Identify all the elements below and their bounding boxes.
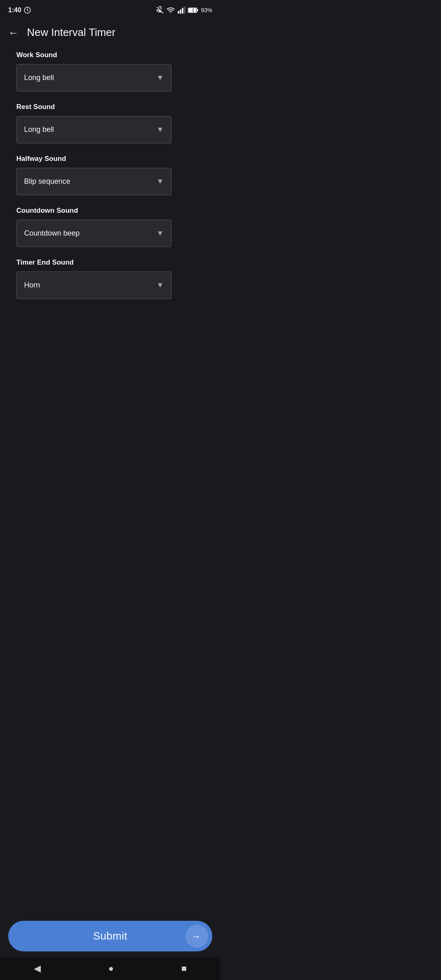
timer-end-sound-dropdown[interactable]: Horn ▼ <box>16 272 172 299</box>
status-bar: 1:40 93% <box>0 0 220 20</box>
halfway-sound-value: Blip sequence <box>24 177 70 186</box>
halfway-sound-dropdown[interactable]: Blip sequence ▼ <box>16 168 172 195</box>
main-content: Work Sound Long bell ▼ Rest Sound Long b… <box>0 47 220 359</box>
halfway-sound-label: Halfway Sound <box>16 155 204 163</box>
rest-sound-arrow-icon: ▼ <box>156 125 164 134</box>
wifi-icon <box>167 6 175 14</box>
clock-icon <box>24 7 31 14</box>
rest-sound-dropdown[interactable]: Long bell ▼ <box>16 116 172 143</box>
countdown-sound-group: Countdown Sound Countdown beep ▼ <box>16 207 204 247</box>
back-button[interactable]: ← <box>8 27 19 38</box>
time-display: 1:40 <box>8 7 21 14</box>
mute-icon <box>156 6 164 14</box>
battery-level: 93% <box>201 7 212 13</box>
countdown-sound-value: Countdown beep <box>24 229 80 238</box>
svg-rect-6 <box>197 9 198 11</box>
svg-rect-2 <box>180 9 181 13</box>
svg-rect-4 <box>184 7 185 14</box>
page-header: ← New Interval Timer <box>0 20 220 47</box>
svg-rect-3 <box>182 8 183 13</box>
timer-end-sound-value: Horn <box>24 281 40 290</box>
status-icons: 93% <box>156 6 212 14</box>
rest-sound-group: Rest Sound Long bell ▼ <box>16 103 204 143</box>
battery-icon <box>188 7 198 13</box>
work-sound-value: Long bell <box>24 74 54 82</box>
countdown-sound-dropdown[interactable]: Countdown beep ▼ <box>16 220 172 247</box>
halfway-sound-group: Halfway Sound Blip sequence ▼ <box>16 155 204 195</box>
timer-end-sound-label: Timer End Sound <box>16 258 204 267</box>
signal-icon <box>177 6 185 14</box>
halfway-sound-arrow-icon: ▼ <box>156 177 164 186</box>
rest-sound-value: Long bell <box>24 125 54 134</box>
status-time: 1:40 <box>8 7 31 14</box>
work-sound-group: Work Sound Long bell ▼ <box>16 51 204 91</box>
timer-end-sound-arrow-icon: ▼ <box>156 281 164 290</box>
page-title: New Interval Timer <box>27 26 116 39</box>
work-sound-label: Work Sound <box>16 51 204 59</box>
timer-end-sound-group: Timer End Sound Horn ▼ <box>16 258 204 299</box>
svg-rect-7 <box>189 8 196 12</box>
work-sound-dropdown[interactable]: Long bell ▼ <box>16 64 172 91</box>
countdown-sound-arrow-icon: ▼ <box>156 229 164 238</box>
work-sound-arrow-icon: ▼ <box>156 74 164 82</box>
svg-rect-1 <box>178 11 179 14</box>
countdown-sound-label: Countdown Sound <box>16 207 204 215</box>
rest-sound-label: Rest Sound <box>16 103 204 111</box>
